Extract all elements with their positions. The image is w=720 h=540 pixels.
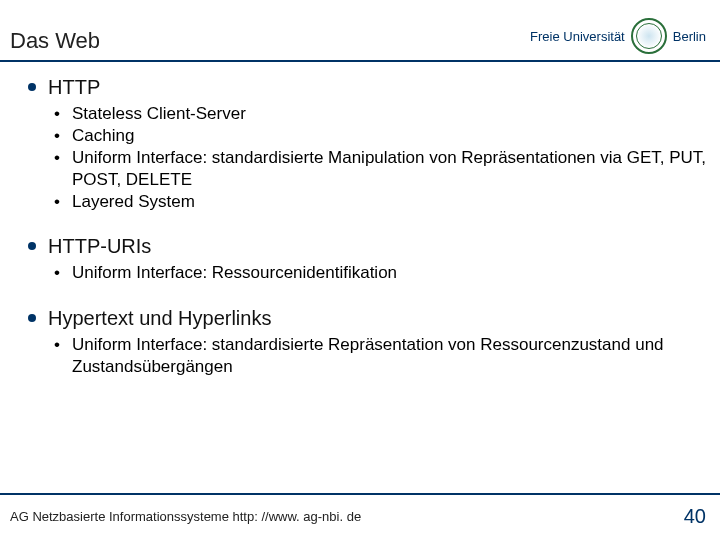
sub-item: Caching bbox=[48, 125, 710, 147]
bullet-label: HTTP-URIs bbox=[48, 235, 710, 258]
page-number: 40 bbox=[684, 505, 706, 528]
sub-item: Layered System bbox=[48, 191, 710, 213]
bullet-label: HTTP bbox=[48, 76, 710, 99]
sub-list: Uniform Interface: standardisierte Reprä… bbox=[48, 334, 710, 378]
logo-city: Berlin bbox=[673, 29, 706, 44]
footer-text: AG Netzbasierte Informationssysteme http… bbox=[10, 509, 361, 524]
bullet-label: Hypertext und Hyperlinks bbox=[48, 307, 710, 330]
logo-prefix: Freie bbox=[530, 29, 560, 44]
sub-item: Stateless Client-Server bbox=[48, 103, 710, 125]
sub-list: Uniform Interface: Ressourcenidentifikat… bbox=[48, 262, 710, 284]
sub-item: Uniform Interface: standardisierte Manip… bbox=[48, 147, 710, 191]
university-logo: Freie Universität Berlin bbox=[530, 18, 706, 54]
sub-list: Stateless Client-Server Caching Uniform … bbox=[48, 103, 710, 213]
logo-text: Freie Universität bbox=[530, 29, 625, 44]
seal-icon bbox=[631, 18, 667, 54]
sub-item: Uniform Interface: standardisierte Reprä… bbox=[48, 334, 710, 378]
list-item: Hypertext und Hyperlinks Uniform Interfa… bbox=[10, 307, 710, 378]
list-item: HTTP Stateless Client-Server Caching Uni… bbox=[10, 76, 710, 213]
bullet-list: HTTP Stateless Client-Server Caching Uni… bbox=[10, 76, 710, 378]
logo-main: Universität bbox=[563, 29, 624, 44]
sub-item: Uniform Interface: Ressourcenidentifikat… bbox=[48, 262, 710, 284]
slide-header: Das Web Freie Universität Berlin bbox=[0, 0, 720, 62]
list-item: HTTP-URIs Uniform Interface: Ressourceni… bbox=[10, 235, 710, 284]
slide-footer: AG Netzbasierte Informationssysteme http… bbox=[0, 493, 720, 540]
page-title: Das Web bbox=[10, 28, 100, 54]
slide-content: HTTP Stateless Client-Server Caching Uni… bbox=[0, 62, 720, 378]
